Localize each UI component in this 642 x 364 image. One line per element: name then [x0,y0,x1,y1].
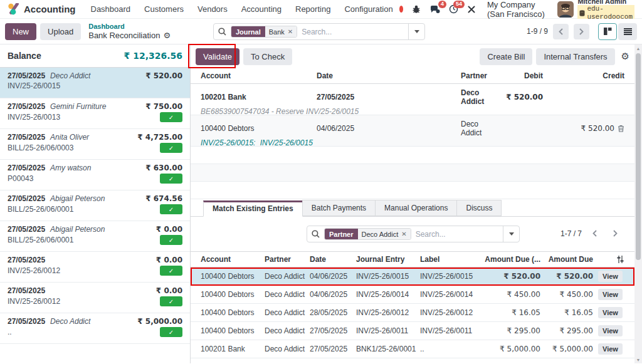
upload-button[interactable]: Upload [40,23,81,40]
company-switcher[interactable]: My Company (San Francisco) [487,0,549,19]
line-ref: INV/25-26/0012 [8,297,60,306]
match-row[interactable]: 100400 Debtors Deco Addict 27/05/2025 IN… [191,322,634,340]
entry-row[interactable]: 100400 Debtors 04/06/2025 Deco Addict ₹ … [191,115,634,147]
match-search-bar[interactable]: Partner Deco Addict ✕ [307,226,520,242]
list-item[interactable]: 27/05/2025 Amy watson ₹ 630.00 P00043 ✓ [0,160,190,190]
match-date: 27/05/2025 [310,345,355,353]
entry-partner: Deco Addict [461,88,490,106]
view-button[interactable]: View [598,343,623,355]
tab-discuss[interactable]: Discuss [456,200,502,216]
check-icon: ✓ [169,268,174,274]
view-button[interactable]: View [598,271,623,282]
match-search-dropdown-toggle[interactable] [503,226,519,242]
match-label: INV/25-26/0011 [420,326,480,335]
view-switcher [598,23,637,40]
check-icon: ✓ [169,145,174,152]
trash-icon[interactable] [618,125,624,132]
match-row[interactable]: 100400 Debtors Deco Addict 04/06/2025 IN… [191,268,634,286]
match-row[interactable]: 100400 Debtors Deco Addict 04/06/2025 IN… [191,286,634,304]
app-brand[interactable]: Accounting [8,3,76,15]
match-pager-previous-button[interactable] [587,226,603,241]
match-row[interactable]: 100201 Bank Deco Addict 27/05/2025 BNK1/… [191,340,634,358]
line-partner: Gemini Furniture [50,102,106,111]
user-menu[interactable]: Mitchell Admin edu-userodoocom [557,0,634,21]
list-view-icon[interactable] [618,23,637,40]
menu-configuration[interactable]: Configuration [344,4,392,14]
list-item[interactable]: 27/05/2025 Abigail Peterson ₹ 674.56 BIL… [0,190,190,221]
facet-remove-icon[interactable]: ✕ [401,231,406,237]
entry-note-link[interactable]: INV/25-26/0015: [201,138,255,147]
scrollbar-up-icon[interactable]: ▲ [634,44,642,52]
title-gear-icon[interactable]: ⚙ [163,31,171,41]
list-item[interactable]: 27/05/2025 Deco Addict ₹ 520.00 INV/25-2… [0,68,190,98]
messages-icon[interactable]: 4 [429,4,440,14]
search-dropdown-toggle[interactable] [408,24,424,39]
match-table-header: Account Partner Date Journal Entry Label… [191,251,634,268]
top-search-bar[interactable]: Journal Bank ✕ [213,23,425,40]
panel-gear-icon[interactable]: ⚙ [621,51,629,62]
control-panel: New Upload Dashboard Bank Reconciliation… [0,19,642,44]
validate-button[interactable]: Validate [196,48,239,65]
list-item[interactable]: 27/05/2025 Gemini Furniture ₹ 750.00 INV… [0,98,190,129]
check-icon: ✓ [169,329,174,336]
line-amount: ₹ 5,000.00 [137,317,182,326]
tab-batch-payments[interactable]: Batch Payments [302,200,376,216]
pager-previous-button[interactable] [553,24,569,39]
match-date: 27/05/2025 [310,326,355,335]
menu-reporting[interactable]: Reporting [295,4,330,14]
line-partner: Deco Addict [50,71,90,80]
view-button[interactable]: View [598,289,623,300]
entry-row[interactable]: 100201 Bank 27/05/2025 Deco Addict ₹ 520… [191,84,634,115]
line-date: 27/05/2025 [8,286,45,295]
list-item[interactable]: 27/05/2025 ₹ 0.00 INV/25-26/0012 ✓ [0,252,190,283]
match-row[interactable]: 100400 Debtors Deco Addict 28/05/2025 IN… [191,304,634,322]
to-check-button[interactable]: To Check [243,48,292,65]
tab-match-existing-entries[interactable]: Match Existing Entries [203,200,303,217]
view-button[interactable]: View [598,325,623,336]
tab-manual-operations[interactable]: Manual Operations [375,200,457,216]
match-search-input[interactable] [411,230,503,239]
new-button[interactable]: New [5,23,36,40]
view-button[interactable]: View [598,307,623,318]
search-input[interactable] [297,28,408,36]
user-name: Mitchell Admin [577,0,634,5]
matched-badge: ✓ [160,174,182,184]
pager-next-button[interactable] [574,24,589,39]
internal-transfers-button[interactable]: Internal Transfers [536,48,614,65]
entry-date: 27/05/2025 [317,93,461,101]
facet-remove-icon[interactable]: ✕ [288,28,293,35]
list-item[interactable]: 27/05/2025 Abigail Peterson ₹ 0.00 BILL/… [0,221,190,252]
adjust-columns-icon[interactable] [594,256,624,263]
match-account: 100400 Debtors [201,326,263,335]
menu-customers[interactable]: Customers [144,4,184,14]
menu-vendors[interactable]: Vendors [197,4,228,14]
line-date: 27/05/2025 [8,225,45,234]
kanban-view-icon[interactable] [598,23,617,40]
match-pager-next-button[interactable] [608,226,623,241]
menu-dashboard[interactable]: Dashboard [91,4,131,14]
breadcrumb-dashboard[interactable]: Dashboard [88,23,171,31]
pager-counter: 1-9 / 9 [527,27,548,36]
avatar[interactable] [557,1,574,18]
vertical-scrollbar[interactable]: ▲ ▼ [634,44,642,363]
scrollbar-thumb[interactable] [636,53,641,260]
menu-accounting[interactable]: Accounting [241,4,282,14]
create-bill-button[interactable]: Create Bill [480,48,532,65]
record-indicator-icon[interactable] [399,6,403,13]
line-amount: ₹ 0.00 [156,256,182,264]
empty-row [191,147,634,164]
list-item[interactable]: 27/05/2025 Deco Addict ₹ 5,000.00 .. ✓ [0,313,190,344]
search-icon [312,230,320,238]
col-partner: Partner [265,255,308,264]
line-date: 27/05/2025 [8,71,45,80]
bug-icon[interactable] [412,5,421,14]
match-amount-due-currency: ₹ 450.00 [481,290,540,299]
scrollbar-down-icon[interactable]: ▼ [634,356,642,363]
odoo-accounting-logo-icon [8,3,19,15]
tools-icon[interactable] [467,5,476,14]
match-account: 100400 Debtors [201,308,263,317]
list-item[interactable]: 27/05/2025 ₹ 0.00 INV/25-26/0012 ✓ [0,283,190,313]
activities-clock-icon[interactable]: 54 [449,4,458,14]
match-account: 100400 Debtors [201,290,263,299]
list-item[interactable]: 27/05/2025 Anita Oliver ₹ 4,725.00 BILL/… [0,129,190,160]
